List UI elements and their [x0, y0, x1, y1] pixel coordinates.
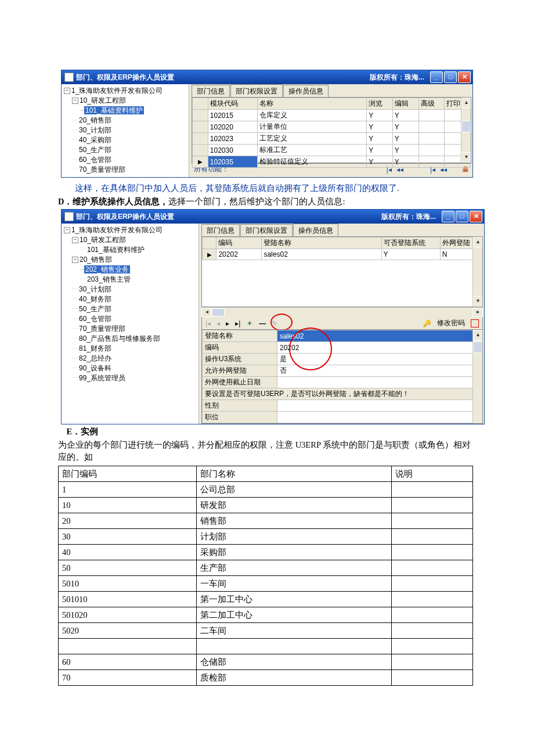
scroll-down-icon[interactable]: ▾	[461, 152, 471, 163]
table-cell[interactable]: 102030	[208, 145, 258, 156]
scroll-thumb[interactable]	[473, 341, 482, 353]
table-cell[interactable]: Y	[392, 133, 418, 145]
minimize-button[interactable]: _	[442, 211, 454, 222]
tree-node[interactable]: −1_珠海助友软件开发有限公司−10_研发工程部┈101_基础资料维护−20_销…	[64, 225, 197, 383]
tree-label[interactable]: 20_销售部	[80, 255, 112, 264]
tree-label[interactable]: 50_生产部	[79, 146, 111, 154]
tree-node[interactable]: ┈99_系统管理员	[72, 373, 197, 383]
tree-node[interactable]: ┈40_采购部	[72, 135, 187, 145]
scroll-right-icon[interactable]: ▸	[472, 308, 483, 317]
close-button[interactable]: ✕	[470, 211, 482, 222]
operator-grid[interactable]: 编码登陆名称可否登陆系统外网登陆 ▶20202sales02YN	[202, 237, 482, 260]
scroll-down-icon[interactable]: ▾	[473, 296, 482, 307]
maximize-button[interactable]: □	[456, 211, 468, 222]
table-cell[interactable]	[193, 110, 208, 121]
tree-node[interactable]: ┈30_计划部	[72, 285, 197, 294]
tree-label[interactable]: 40_财务部	[79, 295, 111, 303]
tree-label[interactable]: 203_销售主管	[87, 275, 131, 283]
nav-last-icon[interactable]: ▸|	[235, 319, 240, 327]
permissions-grid[interactable]: 模块代码名称浏览编辑高级打印 102015仓库定义YY102020计量单位YY1…	[192, 98, 471, 168]
maximize-button[interactable]: □	[444, 71, 457, 83]
column-header[interactable]: 登陆名称	[262, 237, 381, 249]
detail-value[interactable]	[277, 377, 482, 388]
tree-node[interactable]: ┈80_产品售后与维修服务部	[72, 334, 197, 344]
tree-node[interactable]: ┈20_销售部	[72, 116, 187, 125]
tree-node[interactable]: ┈50_生产部	[72, 304, 197, 314]
tree-label[interactable]: 1_珠海助友软件开发有限公司	[71, 87, 163, 95]
tree-label[interactable]: 30_计划部	[79, 285, 111, 293]
tree-node[interactable]: ┈203_销售主管	[80, 275, 197, 285]
table-cell[interactable]	[418, 121, 445, 133]
table-cell[interactable]: Y	[392, 145, 418, 156]
tab[interactable]: 部门权限设置	[230, 84, 283, 98]
table-cell[interactable]	[418, 133, 445, 145]
nav-next-icon[interactable]: ▸	[226, 319, 229, 327]
tree-pane[interactable]: −1_珠海助友软件开发有限公司−10_研发工程部┈101_基础资料维护−20_销…	[62, 224, 199, 424]
detail-row[interactable]: 性别	[203, 400, 482, 412]
table-cell[interactable]: Y	[392, 121, 418, 133]
tree-label[interactable]: 10_研发工程部	[80, 96, 126, 105]
tree-node[interactable]: ┈101_基础资料维护	[80, 106, 187, 116]
titlebar[interactable]: 部门、权限及ERP操作人员设置 版权所有：珠海... _ □ ✕	[62, 70, 472, 84]
column-header[interactable]: 编辑	[392, 98, 418, 110]
tree-node[interactable]: ┈70_质量管理部	[72, 165, 187, 175]
scroll-thumb[interactable]	[212, 308, 225, 316]
table-cell[interactable]: Y	[367, 133, 393, 145]
nav-prev-icon[interactable]: ◂	[217, 319, 220, 327]
tree-node[interactable]: ┈30_计划部	[72, 125, 187, 135]
table-row[interactable]: 102030标准工艺YY	[193, 145, 471, 156]
table-cell[interactable]: 20202	[217, 249, 262, 260]
tab[interactable]: 部门权限设置	[240, 224, 293, 236]
tree-label[interactable]: 50_生产部	[79, 305, 111, 313]
table-cell[interactable]: 工艺定义	[258, 133, 367, 145]
scroll-left-icon[interactable]: ◂	[201, 308, 212, 317]
table-cell[interactable]: Y	[392, 156, 418, 168]
tree-expander-icon[interactable]: −	[72, 237, 78, 243]
scroll-thumb[interactable]	[461, 121, 471, 132]
table-cell[interactable]: 标准工艺	[258, 145, 367, 156]
tree-label[interactable]: 1_珠海助友软件开发有限公司	[71, 226, 163, 234]
vertical-scrollbar[interactable]: ▴ ▾	[461, 98, 471, 163]
table-cell[interactable]: 102020	[208, 121, 258, 133]
tree-label[interactable]: 82_总经办	[79, 354, 111, 362]
tree-node[interactable]: ┈101_基础资料维护	[80, 245, 197, 255]
detail-row[interactable]: 编码20202	[203, 342, 482, 354]
tree-label[interactable]: 99_系统管理员	[79, 374, 125, 382]
column-header[interactable]: 编码	[217, 237, 262, 249]
tree-node[interactable]: −10_研发工程部┈101_基础资料维护	[72, 235, 197, 255]
tree-pane[interactable]: −1_珠海助友软件开发有限公司−10_研发工程部┈101_基础资料维护┈20_销…	[62, 84, 189, 177]
tree-expander-icon[interactable]: −	[72, 257, 78, 263]
detail-row[interactable]: 外网使用截止日期	[203, 377, 482, 388]
add-record-icon[interactable]: ＋	[246, 318, 253, 328]
titlebar[interactable]: 部门、权限及ERP操作人员设置 版权所有：珠海... _ □ ✕	[62, 210, 484, 224]
tree-label[interactable]: 30_计划部	[79, 126, 111, 134]
table-cell[interactable]: Y	[367, 110, 393, 121]
table-cell[interactable]: 仓库定义	[258, 110, 367, 121]
table-cell[interactable]: 计量单位	[258, 121, 367, 133]
table-cell[interactable]: Y	[381, 249, 440, 260]
table-cell[interactable]: ▶	[193, 156, 208, 168]
tree-node[interactable]: ┈50_生产部	[72, 145, 187, 155]
detail-value[interactable]	[277, 412, 482, 423]
table-cell[interactable]: 检验特征值定义	[258, 156, 367, 168]
tree-label[interactable]: 40_采购部	[79, 136, 111, 144]
column-header[interactable]: 浏览	[367, 98, 393, 110]
column-header[interactable]: 可否登陆系统	[381, 237, 440, 249]
tree-expander-icon[interactable]: −	[64, 227, 70, 233]
table-cell[interactable]	[418, 156, 445, 168]
table-row[interactable]: ▶20202sales02YN	[203, 249, 482, 260]
minimize-button[interactable]: _	[430, 71, 443, 83]
table-cell[interactable]: Y	[367, 121, 393, 133]
tree-node[interactable]: ┈202_销售业务	[80, 265, 197, 275]
tree-label[interactable]: 101_基础资料维护	[84, 106, 144, 114]
change-password-button[interactable]: 修改密码	[437, 318, 465, 328]
detail-value[interactable]: 否	[277, 365, 482, 377]
tree-node[interactable]: ┈60_仓管部	[72, 314, 197, 324]
vertical-scrollbar[interactable]: ▴ ▾	[472, 237, 482, 307]
scroll-up-icon[interactable]: ▴	[461, 98, 471, 108]
tree-label[interactable]: 70_质量管理部	[79, 325, 125, 333]
tree-label[interactable]: 101_基础资料维护	[87, 246, 145, 254]
tree-node[interactable]: ┈82_总经办	[72, 354, 197, 363]
detail-row[interactable]: 登陆名称sales02	[203, 330, 482, 342]
table-cell[interactable]	[193, 145, 208, 156]
